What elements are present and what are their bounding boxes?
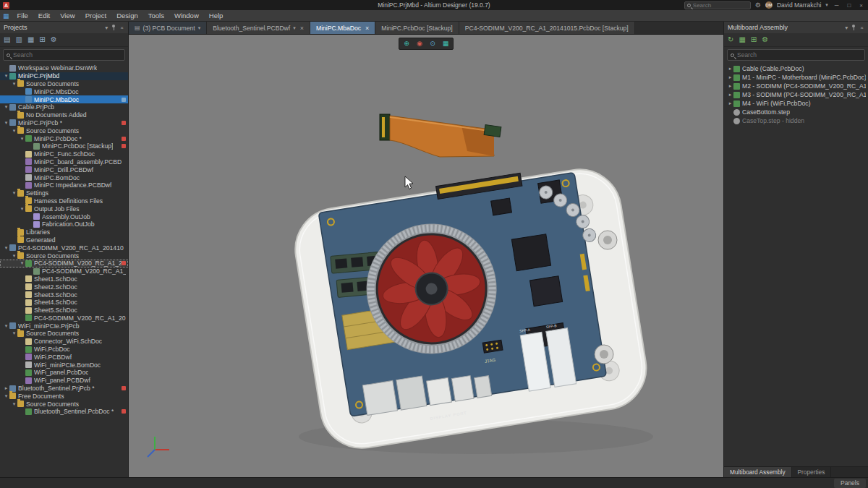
multiboard-tree-item[interactable]: ▸Cable (Cable.PcbDoc) xyxy=(724,64,868,73)
project-tree-item[interactable]: Workspace Webinar.DsnWrk xyxy=(0,64,128,72)
project-tree-item[interactable]: ▾Output Job Files xyxy=(0,205,128,213)
expand-arrow-icon[interactable]: ▾ xyxy=(3,245,9,251)
menu-edit[interactable]: Edit xyxy=(33,10,55,22)
menu-view[interactable]: View xyxy=(55,10,80,22)
document-tab[interactable]: ▤(3) PCB Document▾ xyxy=(129,22,207,34)
project-tree-item[interactable]: ▾PC4-SODIMM_V200_RC_A1_20 xyxy=(0,260,128,267)
project-tree-item[interactable]: ▾Source Documents xyxy=(0,80,128,88)
multiboard-tree-item[interactable]: ▸M3 - SODIMM (PC4-SODIMM_V200_RC_A1_2014 xyxy=(724,90,868,99)
close-button[interactable]: × xyxy=(857,2,865,9)
project-tree-item[interactable]: Generated xyxy=(0,236,128,244)
project-tree-item[interactable]: WiFi.PCBDwf xyxy=(0,353,128,361)
project-tree-item[interactable]: MiniPC_board_assembly.PCBD xyxy=(0,158,128,166)
multiboard-search[interactable] xyxy=(727,49,865,61)
panel-settings-icon[interactable]: ⚙ xyxy=(762,36,768,43)
document-tab[interactable]: Bluetooth_Sentinel.PCBDwf▾× xyxy=(207,22,310,34)
project-tree-item[interactable]: PC4-SODIMM_V200_RC_A1_20 xyxy=(0,314,128,322)
close-icon[interactable]: × xyxy=(119,25,124,31)
expand-arrow-icon[interactable]: ▸ xyxy=(727,66,733,72)
multiboard-search-input[interactable] xyxy=(737,51,861,59)
chevron-down-icon[interactable]: ▾ xyxy=(293,25,296,31)
panel-tab-properties[interactable]: Properties xyxy=(792,467,832,477)
menu-window[interactable]: Window xyxy=(169,10,204,22)
menu-help[interactable]: Help xyxy=(204,10,229,22)
project-tree-item[interactable]: MiniPC.MbaDoc xyxy=(0,95,128,103)
project-tree-item[interactable]: Harness Definitions Files xyxy=(0,197,128,205)
expand-arrow-icon[interactable]: ▾ xyxy=(11,330,17,336)
expand-arrow-icon[interactable]: ▸ xyxy=(3,385,9,391)
chevron-down-icon[interactable]: ▾ xyxy=(104,25,109,31)
expand-arrow-icon[interactable]: ▾ xyxy=(11,190,17,196)
document-tab[interactable]: PC4-SODIMM_V200_RC_A1_20141015.PcbDoc [S… xyxy=(459,22,635,34)
align-tool-icon[interactable]: ◉ xyxy=(414,39,425,48)
projects-search-input[interactable] xyxy=(13,51,122,59)
maximize-button[interactable]: □ xyxy=(845,2,853,9)
close-icon[interactable]: × xyxy=(859,25,864,31)
document-tab[interactable]: MiniPC.PcbDoc [Stackup] xyxy=(375,22,459,34)
expand-arrow-icon[interactable]: ▸ xyxy=(727,100,733,106)
expand-arrow-icon[interactable]: ▸ xyxy=(727,74,733,80)
expand-arrow-icon[interactable]: ▾ xyxy=(19,260,25,266)
project-tree-item[interactable]: ▾Source Documents xyxy=(0,330,128,338)
compile-icon[interactable]: ▦ xyxy=(27,36,34,43)
expand-arrow-icon[interactable]: ▾ xyxy=(3,104,9,110)
projects-search[interactable] xyxy=(3,49,125,61)
viewport-3d[interactable]: JTAG SFP-A SFP-B DISPLAY PORT xyxy=(129,35,723,477)
multiboard-tree-item[interactable]: ▸M1 - MiniPC - Motherboard (MiniPC.PcbDo… xyxy=(724,73,868,82)
expand-arrow-icon[interactable]: ▾ xyxy=(11,401,17,407)
expand-arrow-icon[interactable]: ▾ xyxy=(3,73,9,79)
panel-settings-icon[interactable]: ⚙ xyxy=(51,36,57,43)
menu-file[interactable]: File xyxy=(12,10,33,22)
expand-arrow-icon[interactable]: ▾ xyxy=(3,323,9,329)
project-tree-item[interactable]: WiFi_panel.PcbDoc xyxy=(0,369,128,377)
project-tree-item[interactable]: Sheet5.SchDoc xyxy=(0,307,128,314)
project-tree-item[interactable]: Assembly.OutJob xyxy=(0,213,128,221)
expand-arrow-icon[interactable]: ▾ xyxy=(19,136,25,142)
panel-tab-multiboard-assembly[interactable]: Multiboard Assembly xyxy=(724,467,792,477)
avatar[interactable]: DM xyxy=(765,1,773,9)
panels-button[interactable]: Panels xyxy=(834,479,866,488)
multiboard-tree-item[interactable]: CaseTop.step - hidden xyxy=(724,116,868,125)
user-name[interactable]: David Marrakchi xyxy=(777,1,821,9)
menu-project[interactable]: Project xyxy=(80,10,112,22)
menu-design[interactable]: Design xyxy=(111,10,143,22)
project-tree-item[interactable]: No Documents Added xyxy=(0,111,128,119)
project-tree-item[interactable]: MiniPC_Func.SchDoc xyxy=(0,150,128,158)
project-tree-item[interactable]: MiniPC.BomDoc xyxy=(0,174,128,181)
project-tree-item[interactable]: MiniPC_Drill.PCBDwf xyxy=(0,166,128,174)
multiboard-tree-item[interactable]: ▸M2 - SODIMM (PC4-SODIMM_V200_RC_A1_2014 xyxy=(724,82,868,90)
project-tree-item[interactable]: WiFi_panel.PCBDwf xyxy=(0,377,128,385)
project-tree-item[interactable]: MiniPC.MbsDoc xyxy=(0,87,128,95)
expand-arrow-icon[interactable]: ▸ xyxy=(727,92,733,98)
project-tree-item[interactable]: Sheet2.SchDoc xyxy=(0,283,128,291)
multiboard-tree-item[interactable]: ▸M4 - WiFi (WiFi.PcbDoc) xyxy=(724,99,868,108)
chevron-down-icon[interactable]: ▾ xyxy=(844,25,848,31)
project-tree-item[interactable]: Connector_WiFi.SchDoc xyxy=(0,338,128,346)
add-document-icon[interactable]: ⊞ xyxy=(39,36,45,43)
project-tree-item[interactable]: Sheet4.SchDoc xyxy=(0,299,128,307)
chevron-down-icon[interactable]: ▾ xyxy=(825,2,828,8)
project-tree-item[interactable]: PC4-SODIMM_V200_RC_A1_2 xyxy=(0,267,128,275)
project-tree-item[interactable]: ▸Bluetooth_Sentinel.PrjPcb * xyxy=(0,385,128,393)
project-tree-item[interactable]: Bluetooth_Sentinel.PcbDoc * xyxy=(0,408,128,416)
save-all-icon[interactable]: ▤ xyxy=(4,36,10,43)
minimize-button[interactable]: ─ xyxy=(833,2,841,9)
expand-arrow-icon[interactable]: ▾ xyxy=(19,206,25,212)
menu-tools[interactable]: Tools xyxy=(143,10,169,22)
project-tree-item[interactable]: ▾MiniPC.PcbDoc * xyxy=(0,134,128,142)
project-tree-item[interactable]: ▾Settings xyxy=(0,189,128,197)
gear-icon[interactable]: ⚙ xyxy=(755,1,761,9)
pin-icon[interactable] xyxy=(111,25,116,30)
project-tree-item[interactable]: ▾Source Documents xyxy=(0,252,128,260)
project-tree-item[interactable]: WiFi_miniPCIe.BomDoc xyxy=(0,361,128,369)
project-tree-item[interactable]: MiniPC.PcbDoc [Stackup] xyxy=(0,142,128,150)
3d-scene[interactable]: JTAG SFP-A SFP-B DISPLAY PORT xyxy=(129,35,723,477)
project-tree-item[interactable]: Sheet1.SchDoc xyxy=(0,275,128,283)
expand-arrow-icon[interactable]: ▸ xyxy=(727,83,733,89)
display-mode-icon[interactable]: ▦ xyxy=(440,39,451,48)
expand-arrow-icon[interactable]: ▾ xyxy=(11,81,17,87)
add-module-icon[interactable]: ⊞ xyxy=(751,36,757,43)
expand-arrow-icon[interactable]: ▾ xyxy=(3,393,9,399)
open-project-icon[interactable]: ▥ xyxy=(15,36,22,43)
global-search[interactable] xyxy=(684,1,751,9)
